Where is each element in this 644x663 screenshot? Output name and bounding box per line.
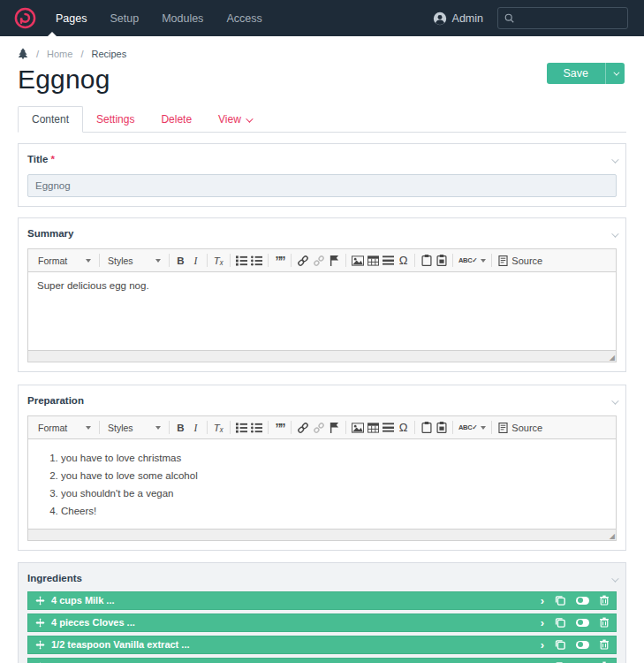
tab-content[interactable]: Content (18, 106, 83, 133)
tab-view[interactable]: View (205, 107, 264, 132)
expand-icon[interactable]: › (541, 639, 544, 651)
ingredient-row[interactable]: 1/2 teaspoon Vanilla extract ... › (27, 636, 617, 654)
toggle-on-off-icon[interactable] (576, 619, 589, 627)
format-dropdown[interactable]: Format (34, 421, 95, 435)
anchor-button[interactable] (327, 419, 342, 437)
summary-editor-content[interactable]: Super delicious egg nog. (28, 272, 616, 350)
preparation-editor-content[interactable]: you have to love christmas you have to l… (28, 439, 616, 529)
toggle-on-off-icon[interactable] (576, 597, 589, 605)
trash-icon[interactable] (600, 639, 609, 650)
tab-delete[interactable]: Delete (148, 107, 205, 132)
paste-from-word-button[interactable] (434, 419, 449, 437)
preparation-steps-list: you have to love christmas you have to l… (37, 449, 607, 521)
editor-status-bar: ◢ (28, 350, 616, 362)
bulleted-list-button[interactable] (249, 252, 264, 270)
clone-icon[interactable] (555, 639, 565, 650)
clone-icon[interactable] (555, 617, 565, 628)
horizontal-rule-button[interactable] (381, 419, 396, 437)
nav-item-setup[interactable]: Setup (110, 12, 139, 25)
save-split-button: Save (547, 63, 625, 84)
paste-button[interactable] (419, 419, 434, 437)
expand-icon[interactable]: › (541, 617, 544, 629)
toggle-on-off-icon[interactable] (576, 641, 589, 649)
ingredient-row[interactable]: 4 pieces Cloves ... › (27, 613, 617, 632)
chevron-down-icon (613, 69, 619, 75)
breadcrumb-current[interactable]: Recipes (91, 49, 126, 59)
blockquote-button[interactable]: ”” (272, 252, 287, 270)
collapse-toggle[interactable] (611, 570, 617, 586)
editor-toolbar: Format Styles B I Tₓ ”” (28, 416, 616, 439)
table-button[interactable] (366, 419, 381, 437)
tab-settings[interactable]: Settings (83, 107, 148, 132)
italic-button[interactable]: I (188, 419, 203, 437)
format-dropdown[interactable]: Format (34, 254, 95, 268)
bulleted-list-button[interactable] (249, 419, 264, 437)
spellcheck-dropdown[interactable]: ABC✓ (457, 419, 488, 437)
source-icon (498, 423, 508, 433)
collapse-toggle[interactable] (611, 225, 617, 241)
page-tabs: Content Settings Delete View (18, 107, 626, 133)
search-input[interactable] (519, 12, 621, 25)
unlink-button[interactable] (311, 419, 327, 437)
image-button[interactable] (350, 419, 366, 437)
save-dropdown-button[interactable] (605, 63, 625, 84)
link-button[interactable] (295, 419, 311, 437)
drag-handle-icon[interactable] (35, 640, 45, 650)
bold-button[interactable]: B (173, 252, 188, 270)
page-tree-icon[interactable] (18, 48, 28, 59)
save-button[interactable]: Save (547, 63, 606, 84)
remove-format-button[interactable]: Tₓ (211, 252, 226, 270)
drag-handle-icon[interactable] (35, 596, 45, 606)
link-button[interactable] (295, 252, 311, 270)
bold-button[interactable]: B (173, 419, 188, 437)
anchor-button[interactable] (327, 252, 342, 270)
ingredient-row[interactable]: 4 cups Milk ... › (27, 591, 617, 610)
expand-icon[interactable]: › (541, 595, 544, 606)
resize-handle-icon[interactable]: ◢ (610, 533, 615, 540)
trash-icon[interactable] (600, 595, 609, 606)
blockquote-button[interactable]: ”” (272, 419, 287, 437)
collapse-toggle[interactable] (611, 392, 617, 408)
horizontal-rule-button[interactable] (381, 252, 396, 270)
preparation-step: Cheers! (61, 502, 607, 520)
resize-handle-icon[interactable]: ◢ (610, 354, 615, 362)
title-field-label: Title (27, 154, 48, 164)
nav-item-pages[interactable]: Pages (56, 12, 87, 25)
numbered-list-button[interactable] (234, 419, 249, 437)
spellcheck-dropdown[interactable]: ABC✓ (457, 252, 488, 270)
chevron-down-icon (611, 575, 618, 582)
editor-status-bar: ◢ (28, 529, 616, 540)
source-button[interactable]: Source (496, 255, 545, 266)
italic-button[interactable]: I (188, 252, 203, 270)
special-char-button[interactable]: Ω (396, 252, 411, 270)
clone-icon[interactable] (555, 595, 565, 606)
trash-icon[interactable] (600, 617, 609, 628)
paste-button[interactable] (419, 252, 434, 270)
unlink-button[interactable] (311, 252, 327, 270)
search-icon (504, 13, 514, 23)
source-button[interactable]: Source (496, 423, 545, 433)
collapse-toggle[interactable] (611, 151, 617, 167)
ingredient-row[interactable]: 1 teaspoon Cinnamon ... › (27, 658, 617, 663)
drag-handle-icon[interactable] (35, 618, 45, 628)
ingredient-label: 4 cups Milk ... (51, 595, 115, 606)
title-input[interactable] (27, 174, 617, 197)
summary-fieldset: Summary Format Styles B I Tₓ (18, 217, 626, 372)
image-button[interactable] (350, 252, 366, 270)
user-menu[interactable]: Admin (433, 11, 483, 26)
breadcrumb-separator: / (36, 49, 39, 59)
styles-dropdown[interactable]: Styles (103, 421, 165, 435)
styles-dropdown[interactable]: Styles (103, 254, 165, 268)
remove-format-button[interactable]: Tₓ (211, 419, 226, 437)
processwire-logo-icon[interactable] (14, 7, 36, 29)
search-box[interactable] (497, 7, 628, 29)
preparation-step: you have to love christmas (61, 449, 607, 467)
special-char-button[interactable]: Ω (396, 419, 411, 437)
nav-item-access[interactable]: Access (226, 12, 261, 25)
breadcrumb-home[interactable]: Home (47, 49, 72, 59)
paste-from-word-button[interactable] (434, 252, 449, 270)
nav-item-modules[interactable]: Modules (162, 12, 203, 25)
preparation-field-label: Preparation (27, 395, 84, 406)
numbered-list-button[interactable] (234, 252, 249, 270)
table-button[interactable] (366, 252, 381, 270)
